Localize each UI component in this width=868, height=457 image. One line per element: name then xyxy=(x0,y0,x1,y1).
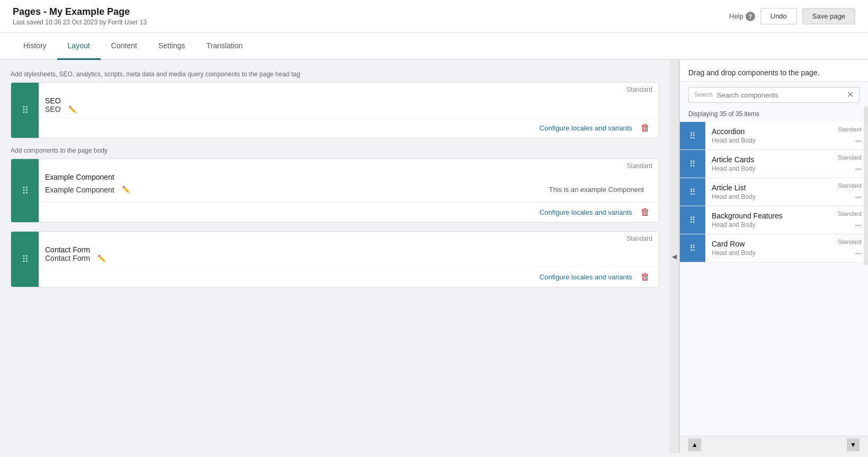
panel-title: Drag and drop components to the page. xyxy=(688,68,860,77)
seo-subtitle-text: SEO xyxy=(45,105,61,113)
accordion-dots: ••• xyxy=(855,138,862,145)
seo-configure-link[interactable]: Configure locales and variants xyxy=(539,124,632,132)
right-panel-wrapper: ◀ Drag and drop components to the page. … xyxy=(670,60,868,453)
example-drag-handle[interactable]: ⠿ xyxy=(22,185,29,197)
example-title-area: Example Component Example Component ✏️ T… xyxy=(39,171,659,202)
top-bar: Pages - My Example Page Last saved 10:36… xyxy=(0,0,868,33)
search-row: Search ✕ xyxy=(688,87,860,103)
search-label-text: Search xyxy=(694,91,713,98)
example-subtitle-row: Example Component ✏️ This is an example … xyxy=(45,181,652,198)
search-input[interactable] xyxy=(717,91,843,99)
seo-edit-icon[interactable]: ✏️ xyxy=(68,106,77,113)
card-row-drag-icon: ⠿ xyxy=(680,234,705,262)
contact-footer: Configure locales and variants 🗑 xyxy=(39,267,659,287)
contact-edit-icon[interactable]: ✏️ xyxy=(98,254,106,262)
example-footer: Configure locales and variants 🗑 xyxy=(39,202,659,222)
panel-collapse-arrow[interactable]: ◀ xyxy=(670,60,679,453)
components-list: ⠿ Accordion Head and Body Standard ••• ⠿… xyxy=(680,122,868,436)
article-list-type: Standard xyxy=(838,182,862,189)
background-features-sub: Head and Body xyxy=(712,221,862,228)
contact-content: Standard Contact Form Contact Form ✏️ Co… xyxy=(39,232,659,287)
article-cards-sub: Head and Body xyxy=(712,165,862,172)
list-item-background-features[interactable]: ⠿ Background Features Head and Body Stan… xyxy=(680,206,868,234)
contact-subtitle-row: Contact Form ✏️ xyxy=(45,254,652,262)
example-content: Standard Example Component Example Compo… xyxy=(39,159,659,222)
right-panel: Drag and drop components to the page. Se… xyxy=(679,60,868,453)
seo-drag-handle[interactable]: ⠿ xyxy=(22,104,29,116)
seo-subtitle: SEO ✏️ xyxy=(45,105,652,113)
help-icon: ? xyxy=(746,12,755,21)
tab-history[interactable]: History xyxy=(13,33,57,60)
list-item-accordion[interactable]: ⠿ Accordion Head and Body Standard ••• xyxy=(680,122,868,150)
example-component-section: ⠿ Standard Example Component Example Com… xyxy=(11,159,659,223)
seo-component-section: ⠿ Standard SEO SEO ✏️ Configure local xyxy=(11,82,659,138)
seo-footer: Configure locales and variants 🗑 xyxy=(39,118,659,138)
contact-component-section: ⠿ Standard Contact Form Contact Form ✏️ xyxy=(11,231,659,287)
page-info: Pages - My Example Page Last saved 10:36… xyxy=(13,6,147,26)
head-section: Add stylesheets, SEO, analytics, scripts… xyxy=(11,71,659,138)
background-features-drag-icon: ⠿ xyxy=(680,206,705,234)
main-layout: Add stylesheets, SEO, analytics, scripts… xyxy=(0,60,868,453)
example-edit-icon[interactable]: ✏️ xyxy=(122,186,130,194)
panel-header: Drag and drop components to the page. xyxy=(680,60,868,82)
article-cards-type: Standard xyxy=(838,154,862,161)
help-label: Help xyxy=(729,12,743,20)
accordion-sub: Head and Body xyxy=(712,137,862,144)
example-green-sidebar: ⠿ xyxy=(11,159,39,222)
contact-type-label: Standard xyxy=(39,232,659,243)
accordion-type: Standard xyxy=(838,126,862,133)
tab-translation[interactable]: Translation xyxy=(196,33,253,60)
background-features-dots: ••• xyxy=(855,222,862,230)
panel-bottom-nav: ▲ ▼ xyxy=(680,436,868,453)
contact-configure-link[interactable]: Configure locales and variants xyxy=(539,273,632,281)
background-features-type: Standard xyxy=(838,210,862,217)
tab-content[interactable]: Content xyxy=(101,33,148,60)
card-row-sub: Head and Body xyxy=(712,249,862,257)
article-list-drag-icon: ⠿ xyxy=(680,178,705,206)
help-button[interactable]: Help ? xyxy=(729,12,755,21)
list-item-card-row[interactable]: ⠿ Card Row Head and Body Standard ••• xyxy=(680,234,868,262)
panel-down-button[interactable]: ▼ xyxy=(847,438,860,451)
tab-layout[interactable]: Layout xyxy=(57,33,101,60)
article-cards-dots: ••• xyxy=(855,166,862,173)
example-delete-button[interactable]: 🗑 xyxy=(639,207,652,218)
page-title: Pages - My Example Page xyxy=(13,6,147,17)
save-button[interactable]: Save page xyxy=(802,8,855,24)
article-cards-drag-icon: ⠿ xyxy=(680,150,705,178)
search-clear-button[interactable]: ✕ xyxy=(847,91,854,99)
article-list-dots: ••• xyxy=(855,194,862,201)
seo-component-row: ⠿ Standard SEO SEO ✏️ Configure local xyxy=(11,83,659,138)
body-section-info: Add components to the page body xyxy=(11,147,659,154)
panel-up-button[interactable]: ▲ xyxy=(688,438,701,451)
seo-content: Standard SEO SEO ✏️ Configure locales an… xyxy=(39,83,659,138)
example-type-label: Standard xyxy=(39,159,659,171)
example-subtitle-text: Example Component xyxy=(45,186,114,194)
seo-type-label: Standard xyxy=(39,83,659,94)
scrollbar-indicator xyxy=(864,106,868,265)
undo-button[interactable]: Undo xyxy=(760,8,797,24)
tab-settings[interactable]: Settings xyxy=(148,33,196,60)
seo-delete-button[interactable]: 🗑 xyxy=(639,122,652,134)
list-item-article-cards[interactable]: ⠿ Article Cards Head and Body Standard •… xyxy=(680,150,868,178)
list-item-article-list[interactable]: ⠿ Article List Head and Body Standard ••… xyxy=(680,178,868,206)
contact-green-sidebar: ⠿ xyxy=(11,232,39,287)
top-bar-actions: Help ? Undo Save page xyxy=(729,8,855,24)
example-component-row: ⠿ Standard Example Component Example Com… xyxy=(11,159,659,222)
example-configure-link[interactable]: Configure locales and variants xyxy=(539,208,632,216)
contact-title-area: Contact Form Contact Form ✏️ xyxy=(39,243,659,267)
contact-delete-button[interactable]: 🗑 xyxy=(639,271,652,283)
example-name: Example Component xyxy=(45,173,652,181)
seo-green-sidebar: ⠿ xyxy=(11,83,39,138)
seo-title-area: SEO SEO ✏️ xyxy=(39,94,659,118)
contact-drag-handle[interactable]: ⠿ xyxy=(22,253,29,265)
card-row-dots: ••• xyxy=(855,250,862,258)
accordion-drag-icon: ⠿ xyxy=(680,122,705,150)
head-section-info: Add stylesheets, SEO, analytics, scripts… xyxy=(11,71,659,78)
card-row-type: Standard xyxy=(838,239,862,245)
contact-subtitle-text: Contact Form xyxy=(45,254,90,262)
last-saved: Last saved 10:36 23 Oct 2023 by Forrit U… xyxy=(13,19,147,26)
article-list-sub: Head and Body xyxy=(712,193,862,200)
contact-name: Contact Form xyxy=(45,245,652,254)
displaying-count: Displaying 35 of 35 items xyxy=(680,108,868,122)
body-section: Add components to the page body ⠿ Standa… xyxy=(11,147,659,287)
